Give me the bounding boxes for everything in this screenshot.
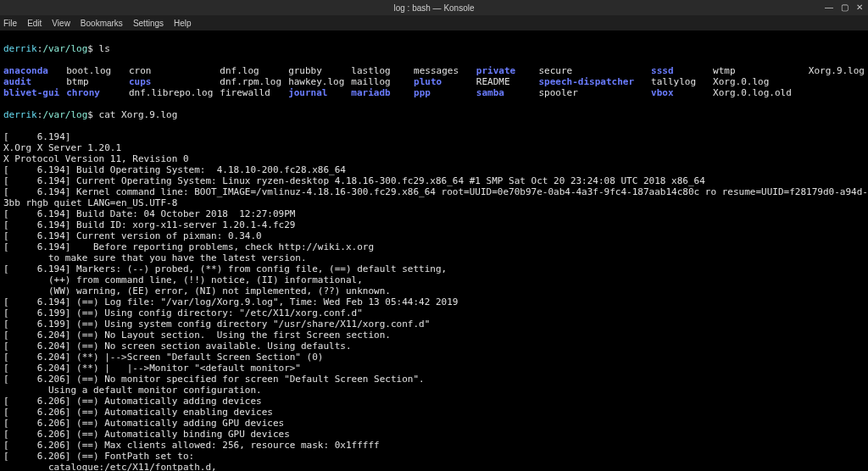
window-titlebar: log : bash — Konsole — ▢ ✕	[0, 0, 868, 15]
ls-entry: secure	[538, 65, 634, 76]
log-line: X.Org X Server 1.20.1	[3, 142, 865, 153]
ls-entry	[809, 87, 865, 98]
log-line: [ 6.194] Build Operating System: 4.18.10…	[3, 164, 865, 175]
xorg-log-output: [ 6.194]X.Org X Server 1.20.1X Protocol …	[3, 131, 865, 471]
ls-entry: firewalld	[220, 87, 281, 98]
ls-entry: messages	[414, 65, 470, 76]
window-title: log : bash — Konsole	[393, 3, 474, 13]
menu-view[interactable]: View	[52, 19, 70, 28]
log-line: [ 6.194] Current Operating System: Linux…	[3, 175, 865, 186]
ls-entry: lastlog	[351, 65, 407, 76]
window-minimize-button[interactable]: —	[824, 2, 834, 12]
log-line: [ 6.204] (==) No Layout section. Using t…	[3, 330, 865, 341]
log-line: X Protocol Version 11, Revision 0	[3, 153, 865, 164]
terminal-output[interactable]: derrik:/var/log$ ls anacondaboot.logcron…	[0, 30, 868, 471]
ls-entry: sssd	[651, 65, 696, 76]
log-line: [ 6.194]	[3, 131, 865, 142]
prompt-user: derrik	[3, 43, 37, 54]
log-line: to make sure that you have the latest ve…	[3, 252, 865, 263]
log-line: [ 6.206] (==) Automatically binding GPU …	[3, 429, 865, 440]
log-line: [ 6.194] Markers: (--) probed, (**) from…	[3, 263, 865, 274]
ls-entry: journal	[288, 87, 344, 98]
log-line: [ 6.206] (==) Automatically enabling dev…	[3, 407, 865, 418]
log-line: (WW) warning, (EE) error, (NI) not imple…	[3, 285, 865, 296]
window-maximize-button[interactable]: ▢	[839, 2, 849, 12]
ls-entry: chrony	[66, 87, 122, 98]
ls-entry: dnf.log	[220, 65, 281, 76]
log-line: Using a default monitor configuration.	[3, 385, 865, 396]
menu-help[interactable]: Help	[174, 19, 192, 28]
log-line: [ 6.206] (==) No monitor specified for s…	[3, 374, 865, 385]
log-line: [ 6.206] (==) Max clients allowed: 256, …	[3, 440, 865, 451]
menubar: File Edit View Bookmarks Settings Help	[0, 15, 868, 30]
ls-entry: blivet-gui	[3, 87, 59, 98]
command-ls: ls	[99, 43, 110, 54]
log-line: [ 6.194] Build Date: 04 October 2018 12:…	[3, 208, 865, 219]
ls-entry: private	[476, 65, 532, 76]
ls-entry: dnf.rpm.log	[220, 76, 281, 87]
prompt-line-1: derrik:/var/log$ ls	[3, 43, 865, 54]
ls-output: anacondaboot.logcrondnf.loggrubbylastlog…	[3, 65, 865, 98]
ls-entry: grubby	[288, 65, 344, 76]
log-line: [ 6.204] (**) |-->Screen "Default Screen…	[3, 352, 865, 363]
ls-entry: cups	[129, 76, 213, 87]
ls-entry: ppp	[414, 87, 470, 98]
ls-entry: wtmp	[713, 65, 792, 76]
menu-edit[interactable]: Edit	[27, 19, 42, 28]
ls-entry: hawkey.log	[288, 76, 344, 87]
log-line: [ 6.199] (==) Using system config direct…	[3, 319, 865, 330]
ls-entry: boot.log	[66, 65, 122, 76]
ls-entry: Xorg.9.log	[809, 65, 865, 76]
window-close-button[interactable]: ✕	[854, 2, 865, 12]
ls-entry: Xorg.0.log.old	[713, 87, 792, 98]
ls-entry: vbox	[651, 87, 696, 98]
menu-file[interactable]: File	[3, 19, 17, 28]
log-line: [ 6.206] (==) FontPath set to:	[3, 451, 865, 462]
log-line: (++) from command line, (!!) notice, (II…	[3, 274, 865, 285]
ls-entry	[809, 76, 865, 87]
ls-entry: mariadb	[351, 87, 407, 98]
log-line: [ 6.194] (==) Log file: "/var/log/Xorg.9…	[3, 296, 865, 308]
ls-entry: dnf.librepo.log	[129, 87, 213, 98]
log-line: [ 6.199] (==) Using config directory: "/…	[3, 308, 865, 319]
log-line: [ 6.194] Kernel command line: BOOT_IMAGE…	[3, 186, 865, 197]
ls-entry: maillog	[351, 76, 407, 87]
ls-entry: samba	[476, 87, 532, 98]
ls-entry: speech-dispatcher	[538, 76, 634, 87]
log-line: [ 6.204] (==) No screen section availabl…	[3, 341, 865, 352]
ls-entry: btmp	[66, 76, 122, 87]
ls-entry: README	[476, 76, 532, 87]
log-line: [ 6.206] (==) Automatically adding GPU d…	[3, 418, 865, 429]
log-line: [ 6.206] (==) Automatically adding devic…	[3, 396, 865, 407]
ls-entry: spooler	[538, 87, 634, 98]
ls-entry: anaconda	[3, 65, 59, 76]
ls-entry: Xorg.0.log	[713, 76, 792, 87]
log-line: [ 6.194] Build ID: xorg-x11-server 1.20.…	[3, 219, 865, 230]
log-line: [ 6.194] Before reporting problems, chec…	[3, 241, 865, 252]
log-line: 3bb rhgb quiet LANG=en_US.UTF-8	[3, 197, 865, 208]
command-cat: cat Xorg.9.log	[99, 109, 178, 120]
ls-entry: pluto	[414, 76, 470, 87]
log-line: [ 6.194] Current version of pixman: 0.34…	[3, 230, 865, 241]
log-line: catalogue:/etc/X11/fontpath.d,	[3, 462, 865, 471]
ls-entry: cron	[129, 65, 213, 76]
menu-settings[interactable]: Settings	[133, 19, 164, 28]
prompt-path: /var/log	[42, 43, 87, 54]
ls-entry: audit	[3, 76, 59, 87]
log-line: [ 6.204] (**) | |-->Monitor "<default mo…	[3, 363, 865, 374]
prompt-line-2: derrik:/var/log$ cat Xorg.9.log	[3, 109, 865, 120]
ls-entry: tallylog	[651, 76, 696, 87]
menu-bookmarks[interactable]: Bookmarks	[81, 19, 123, 28]
